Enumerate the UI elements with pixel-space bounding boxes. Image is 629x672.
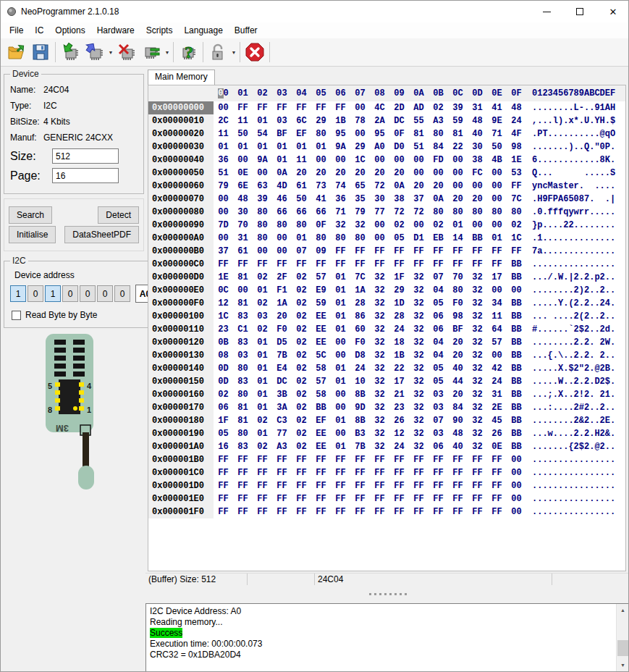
hex-byte-cell[interactable]: 32 (468, 427, 487, 440)
hex-byte-cell[interactable]: 00 (350, 101, 370, 114)
hex-byte-cell[interactable]: 80 (311, 127, 331, 140)
hex-byte-cell[interactable]: 01 (331, 310, 350, 323)
hex-byte-cell[interactable]: 84 (448, 401, 468, 414)
hex-byte-cell[interactable]: 00 (468, 219, 487, 232)
hex-byte-cell[interactable]: 20 (292, 167, 311, 180)
hex-byte-cell[interactable]: 36 (214, 154, 233, 167)
hex-byte-cell[interactable]: 38 (389, 193, 409, 206)
hex-byte-cell[interactable]: 02 (292, 336, 311, 349)
ascii-cell[interactable]: .......{2$2.@2.. (532, 440, 615, 453)
hex-byte-cell[interactable]: 1F (389, 271, 409, 284)
hex-byte-cell[interactable]: 4C (370, 101, 389, 114)
hex-byte-cell[interactable]: 01 (253, 388, 272, 401)
unlock-dropdown[interactable]: ▼ (230, 41, 237, 64)
hex-byte-cell[interactable]: 71 (487, 127, 507, 140)
hex-byte-cell[interactable]: 2F (272, 271, 292, 284)
hex-byte-cell[interactable]: 18 (389, 336, 409, 349)
hex-byte-cell[interactable]: 31 (233, 232, 253, 245)
hex-byte-cell[interactable]: FF (468, 245, 487, 258)
ascii-cell[interactable]: .....X.$2"2.@2B. (532, 362, 615, 375)
hex-byte-cell[interactable]: 00 (409, 219, 429, 232)
hex-byte-cell[interactable]: 80 (233, 388, 253, 401)
hex-byte-cell[interactable]: 00 (233, 154, 253, 167)
hex-byte-cell[interactable]: 58 (311, 388, 331, 401)
read-ic-button[interactable] (58, 41, 83, 64)
hex-byte-cell[interactable]: 00 (331, 336, 350, 349)
hex-byte-cell[interactable]: 32 (468, 401, 487, 414)
hex-byte-cell[interactable]: A0 (370, 140, 389, 154)
hex-byte-cell[interactable]: 80 (350, 232, 370, 245)
hex-byte-cell[interactable]: 9D (350, 401, 370, 414)
hex-byte-cell[interactable]: 02 (292, 297, 311, 310)
hex-byte-cell[interactable]: 11 (487, 310, 507, 323)
hex-byte-cell[interactable]: FD (429, 154, 448, 167)
hex-byte-cell[interactable]: 74 (331, 180, 350, 193)
menu-item-hardware[interactable]: Hardware (91, 23, 140, 38)
hex-byte-cell[interactable]: 81 (233, 271, 253, 284)
hex-byte-cell[interactable]: 32 (370, 284, 389, 297)
hex-byte-cell[interactable]: FF (253, 101, 272, 114)
hex-byte-cell[interactable]: 80 (487, 206, 507, 219)
hex-byte-cell[interactable]: FF (409, 492, 429, 505)
page-input[interactable] (52, 168, 119, 183)
hex-byte-cell[interactable]: 06 (429, 310, 448, 323)
ascii-cell[interactable]: Q... .....S (532, 167, 615, 180)
hex-byte-cell[interactable]: FF (331, 101, 350, 114)
hex-byte-cell[interactable]: 00 (507, 492, 526, 505)
hex-byte-cell[interactable]: 34 (487, 297, 507, 310)
hex-byte-cell[interactable]: 39 (448, 101, 468, 114)
hex-byte-cell[interactable]: 80 (253, 219, 272, 232)
hex-byte-cell[interactable]: BB (468, 232, 487, 245)
datasheet-pdf-button[interactable]: DataSheetPDF (64, 226, 139, 243)
hex-byte-cell[interactable]: 32 (370, 427, 389, 440)
hex-byte-cell[interactable]: FF (253, 479, 272, 492)
hex-byte-cell[interactable]: FF (389, 466, 409, 479)
hex-byte-cell[interactable]: 61 (233, 245, 253, 258)
hex-byte-cell[interactable]: FF (311, 101, 331, 114)
hex-byte-cell[interactable]: 00 (370, 154, 389, 167)
hex-byte-cell[interactable]: BB (507, 414, 526, 427)
hex-byte-cell[interactable]: FF (350, 505, 370, 518)
hex-byte-cell[interactable]: FF (429, 466, 448, 479)
hex-byte-cell[interactable]: 98 (448, 310, 468, 323)
hex-byte-cell[interactable]: C3 (272, 414, 292, 427)
log-scrollbar[interactable]: ▲ ▼ (616, 604, 628, 671)
hex-byte-cell[interactable]: 00 (487, 167, 507, 180)
hex-byte-cell[interactable]: FF (233, 453, 253, 466)
hex-byte-cell[interactable]: 01 (292, 140, 311, 154)
hex-byte-cell[interactable]: FF (448, 492, 468, 505)
hex-byte-cell[interactable]: 32 (370, 401, 389, 414)
hex-byte-cell[interactable]: FF (253, 492, 272, 505)
hex-byte-cell[interactable]: AD (409, 101, 429, 114)
hex-byte-cell[interactable]: 32 (409, 310, 429, 323)
verify-ic-dropdown[interactable]: ▼ (164, 41, 171, 64)
hex-byte-cell[interactable]: FF (350, 453, 370, 466)
hex-byte-cell[interactable]: 02 (292, 323, 311, 336)
hex-byte-cell[interactable]: 72 (370, 180, 389, 193)
hex-byte-cell[interactable]: 01 (253, 427, 272, 440)
hex-byte-cell[interactable]: 1C (214, 310, 233, 323)
hex-byte-cell[interactable]: 17 (389, 375, 409, 388)
hex-byte-cell[interactable]: 32 (468, 323, 487, 336)
hex-byte-cell[interactable]: 80 (233, 362, 253, 375)
hex-byte-cell[interactable]: FF (448, 258, 468, 271)
ascii-cell[interactable]: ........2)2..2.. (532, 284, 615, 297)
hex-byte-cell[interactable]: 32 (409, 388, 429, 401)
hex-byte-cell[interactable]: FF (292, 466, 311, 479)
menu-item-ic[interactable]: IC (29, 23, 49, 38)
hex-byte-cell[interactable]: 00 (331, 388, 350, 401)
hex-byte-cell[interactable]: 3A (272, 401, 292, 414)
hex-byte-cell[interactable]: FF (448, 453, 468, 466)
hex-byte-cell[interactable]: 11 (292, 154, 311, 167)
hex-byte-cell[interactable]: 32 (370, 336, 389, 349)
address-bit-0[interactable]: 1 (10, 285, 26, 302)
hex-byte-cell[interactable]: FF (233, 492, 253, 505)
hex-byte-cell[interactable]: FF (292, 453, 311, 466)
hex-byte-cell[interactable]: 81 (448, 127, 468, 140)
hex-byte-cell[interactable]: EF (311, 414, 331, 427)
address-bit-3[interactable]: 0 (62, 285, 78, 302)
hex-byte-cell[interactable]: FF (253, 505, 272, 518)
ascii-cell[interactable]: }p....22........ (532, 219, 615, 232)
hex-byte-cell[interactable]: 3B (272, 388, 292, 401)
hex-byte-cell[interactable]: BB (507, 349, 526, 362)
